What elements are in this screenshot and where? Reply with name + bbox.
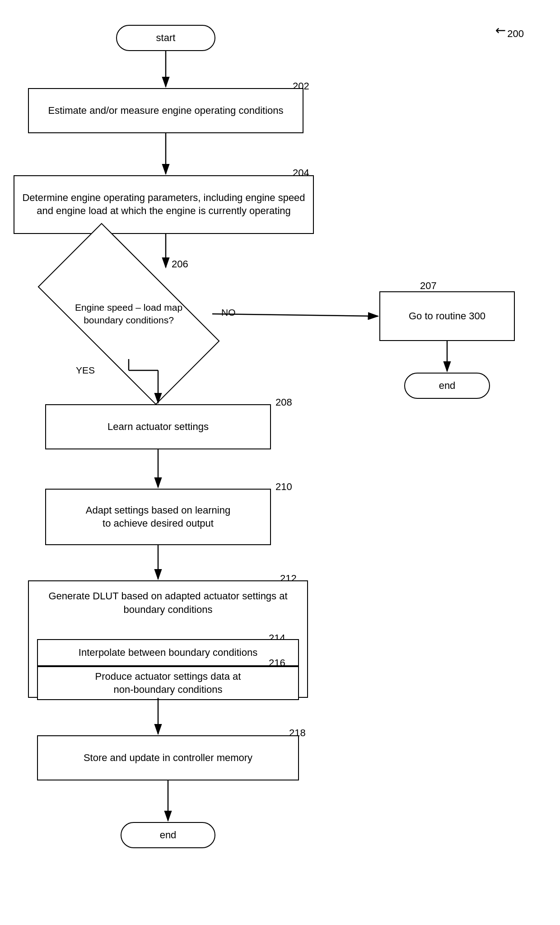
ref-207: 207	[420, 280, 437, 292]
arrows-svg	[0, 0, 560, 925]
node-204: Determine engine operating parameters, i…	[14, 175, 314, 234]
yes-label: YES	[76, 365, 95, 376]
node-206-diamond: Engine speed – load map boundary conditi…	[45, 269, 212, 359]
end-node-1: end	[404, 373, 490, 399]
node-202: Estimate and/or measure engine operating…	[28, 88, 303, 133]
node-208: Learn actuator settings	[45, 404, 271, 449]
ref-210: 210	[275, 481, 292, 493]
node-210: Adapt settings based on learning to achi…	[45, 489, 271, 545]
node-214: Interpolate between boundary conditions	[37, 639, 299, 666]
svg-line-4	[212, 314, 378, 316]
diamond-label: Engine speed – load map boundary conditi…	[45, 269, 212, 359]
flowchart-container: 200 ↗ start 202 Estimate and/or measure …	[0, 0, 560, 925]
node-218: Store and update in controller memory	[37, 735, 299, 780]
node-216: Produce actuator settings data at non-bo…	[37, 666, 299, 700]
ref-208: 208	[275, 397, 292, 408]
no-label: NO	[221, 307, 236, 318]
start-node: start	[116, 25, 215, 51]
end-node-2: end	[121, 822, 215, 848]
node-207: Go to routine 300	[379, 291, 515, 341]
ref-200: 200	[507, 28, 524, 40]
